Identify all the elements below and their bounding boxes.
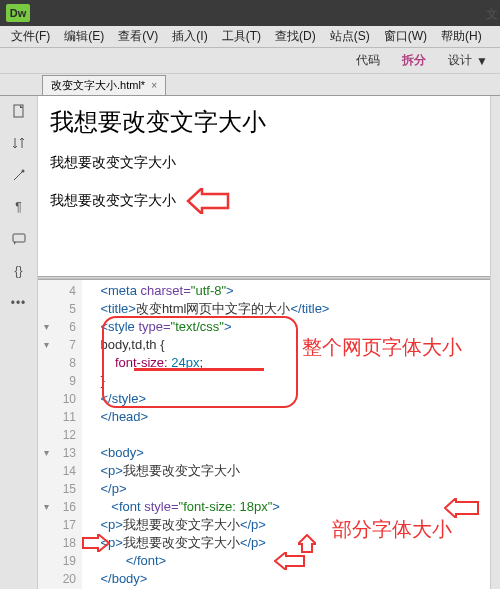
preview-text-large: 我想要改变文字大小 bbox=[50, 106, 478, 138]
menu-tools[interactable]: 工具(T) bbox=[215, 28, 268, 45]
main-area: 我想要改变文字大小 我想要改变文字大小 我想要改变文字大小 4567891011… bbox=[38, 96, 490, 589]
line-gutter: 456789101112131415161718192021 bbox=[38, 280, 82, 589]
menu-find[interactable]: 查找(D) bbox=[268, 28, 323, 45]
tool-wand-icon[interactable] bbox=[8, 166, 30, 184]
annotation-arrow-left-icon bbox=[186, 188, 230, 214]
view-toolbar: 代码 拆分 设计▼ bbox=[0, 48, 500, 74]
tool-file-icon[interactable] bbox=[8, 102, 30, 120]
code-editor[interactable]: 456789101112131415161718192021 <meta cha… bbox=[38, 280, 490, 589]
live-preview: 我想要改变文字大小 我想要改变文字大小 我想要改变文字大小 bbox=[38, 96, 490, 276]
left-toolbar: ¶ {} ••• bbox=[0, 96, 38, 589]
preview-text-normal-2: 我想要改变文字大小 bbox=[50, 192, 176, 210]
chevron-down-icon: ▼ bbox=[476, 54, 488, 68]
app-logo: Dw bbox=[6, 4, 30, 22]
menu-edit[interactable]: 编辑(E) bbox=[57, 28, 111, 45]
menubar: 文件(F) 编辑(E) 查看(V) 插入(I) 工具(T) 查找(D) 站点(S… bbox=[0, 26, 500, 48]
tool-sort-icon[interactable] bbox=[8, 134, 30, 152]
view-design[interactable]: 设计▼ bbox=[448, 52, 488, 69]
document-tab[interactable]: 改变文字大小.html* × bbox=[42, 75, 166, 95]
tool-more-icon[interactable]: ••• bbox=[8, 294, 30, 312]
tool-comment-icon[interactable] bbox=[8, 230, 30, 248]
svg-rect-2 bbox=[13, 234, 25, 242]
right-panel-letter: 文 bbox=[486, 6, 498, 23]
svg-point-1 bbox=[21, 170, 24, 173]
tool-brackets-icon[interactable]: {} bbox=[8, 262, 30, 280]
menu-help[interactable]: 帮助(H) bbox=[434, 28, 489, 45]
menu-view[interactable]: 查看(V) bbox=[111, 28, 165, 45]
tool-text-icon[interactable]: ¶ bbox=[8, 198, 30, 216]
code-body[interactable]: <meta charset="utf-8"> <title>改变html网页中文… bbox=[82, 280, 490, 589]
menu-file[interactable]: 文件(F) bbox=[4, 28, 57, 45]
workspace: ¶ {} ••• 我想要改变文字大小 我想要改变文字大小 我想要改变文字大小 4… bbox=[0, 96, 500, 589]
titlebar: Dw bbox=[0, 0, 500, 26]
tab-label: 改变文字大小.html* bbox=[51, 78, 145, 93]
right-panel-edge[interactable]: 文 bbox=[490, 96, 500, 589]
menu-insert[interactable]: 插入(I) bbox=[165, 28, 214, 45]
close-icon[interactable]: × bbox=[151, 80, 157, 91]
view-code[interactable]: 代码 bbox=[356, 52, 380, 69]
view-split[interactable]: 拆分 bbox=[402, 52, 426, 69]
preview-text-normal: 我想要改变文字大小 bbox=[50, 154, 478, 172]
menu-site[interactable]: 站点(S) bbox=[323, 28, 377, 45]
document-tabbar: 改变文字大小.html* × bbox=[0, 74, 500, 96]
menu-window[interactable]: 窗口(W) bbox=[377, 28, 434, 45]
